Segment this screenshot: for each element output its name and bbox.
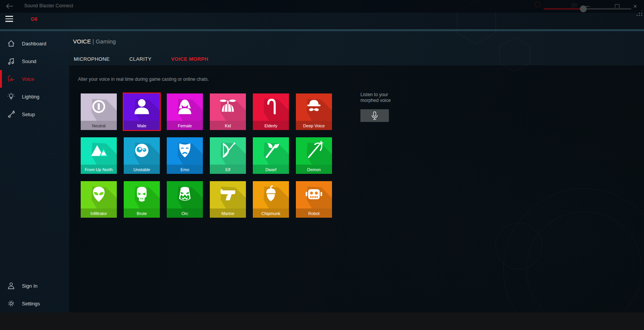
pistol-icon (218, 185, 237, 204)
voice-tile-unstable[interactable]: Unstable (124, 137, 160, 174)
sidebar-item-settings[interactable]: Settings (0, 295, 69, 312)
sidebar-item-voice[interactable]: Voice (0, 70, 69, 88)
tile-label: Demon (296, 167, 332, 172)
voice-tile-emo[interactable]: Emo (167, 137, 203, 174)
tile-label: Unstable (124, 167, 160, 172)
tab-voice-morph[interactable]: VOICE MORPH (171, 56, 208, 62)
device-tab-g6[interactable]: G6 (31, 16, 37, 22)
cane-icon (261, 97, 281, 116)
titlebar (0, 0, 644, 13)
sidebar-item-label: Settings (22, 301, 40, 307)
tile-label: Neutral (81, 123, 117, 128)
voice-morph-description: Alter your voice in real time during gam… (78, 77, 209, 82)
bowler-mustache-icon (304, 97, 324, 116)
sidebar-footer: Sign InSettings (0, 277, 69, 312)
sad-mask-icon (175, 141, 194, 160)
tab-microphone[interactable]: MICROPHONE (74, 56, 110, 62)
tile-label: From Up North (81, 167, 117, 172)
tile-label: Elderly (253, 123, 289, 128)
voice-tile-kid[interactable]: Kid (210, 93, 246, 130)
sidebar-item-label: Dashboard (22, 41, 46, 47)
trident-icon (304, 141, 324, 160)
music-note-icon (7, 57, 15, 65)
propeller-hat-icon (218, 97, 237, 116)
tab-clarity[interactable]: CLARITY (129, 56, 152, 62)
mountains-icon (89, 141, 108, 160)
voice-tile-brute[interactable]: Brute (124, 181, 160, 218)
page-title: VOICE | Gaming (73, 38, 116, 45)
tile-label: Kid (210, 123, 246, 128)
voice-tile-chipmunk[interactable]: Chipmunk (253, 181, 289, 218)
tile-label: Chipmunk (253, 211, 289, 216)
sidebar-item-label: Lighting (22, 94, 40, 100)
voice-tile-female[interactable]: Female (167, 93, 203, 130)
tile-label: Female (167, 123, 203, 128)
gear-icon (7, 299, 15, 308)
voice-tile-robot[interactable]: Robot (296, 181, 332, 218)
orc-face-icon (175, 185, 194, 204)
voice-tile-marine[interactable]: Marine (210, 181, 246, 218)
sidebar-item-label: Voice (22, 76, 34, 82)
hamburger-menu-button[interactable] (5, 16, 13, 22)
sidebar: DashboardSoundVoiceLightingSetup Sign In… (0, 31, 69, 312)
voice-tile-from-up-north[interactable]: From Up North (81, 137, 117, 174)
neutral-power-icon (89, 97, 108, 116)
voice-tile-demon[interactable]: Demon (296, 137, 332, 174)
axe-icon (261, 141, 281, 160)
home-icon (7, 39, 15, 48)
listen-microphone-button[interactable] (360, 109, 389, 122)
sidebar-item-dashboard[interactable]: Dashboard (0, 35, 69, 52)
male-icon (132, 97, 151, 116)
acorn-icon (261, 185, 281, 204)
tile-label: Deep Voice (296, 123, 332, 128)
voice-tile-male[interactable]: Male (124, 93, 160, 130)
voice-tile-elf[interactable]: Elf (210, 137, 246, 174)
bottom-bar (0, 312, 644, 330)
robot-icon (304, 185, 324, 204)
voice-tile-dwarf[interactable]: Dwarf (253, 137, 289, 174)
tile-label: Emo (167, 167, 203, 172)
page-title-section: VOICE (73, 38, 91, 45)
alien-icon (89, 185, 108, 204)
page-title-separator: | (93, 38, 94, 45)
listen-label: Listen to your morphed voice (360, 92, 393, 103)
bow-arrow-icon (218, 141, 237, 160)
tile-label: Robot (296, 211, 332, 216)
lightbulb-icon (7, 92, 15, 101)
sidebar-item-label: Sign In (22, 283, 37, 289)
sidebar-item-lighting[interactable]: Lighting (0, 88, 69, 105)
header-divider-line (0, 29, 644, 31)
voice-tile-orc[interactable]: Orc (167, 181, 203, 218)
sidebar-nav: DashboardSoundVoiceLightingSetup (0, 35, 69, 123)
microphone-icon (370, 111, 379, 120)
voice-tile-deep-voice[interactable]: Deep Voice (296, 93, 332, 130)
tile-label: Marine (210, 211, 246, 216)
voice-tab-row: MICROPHONE CLARITY VOICE MORPH (74, 56, 208, 62)
voice-waveform-icon (7, 75, 15, 83)
tile-label: Dwarf (253, 167, 289, 172)
skull-icon (132, 185, 151, 204)
wrench-icon (7, 110, 15, 118)
female-icon (175, 97, 194, 116)
voice-tile-elderly[interactable]: Elderly (253, 93, 289, 130)
tile-label: Orc (167, 211, 203, 216)
tile-label: Brute (124, 211, 160, 216)
sidebar-item-label: Setup (22, 112, 35, 117)
googly-eyes-icon (132, 141, 151, 160)
sidebar-item-sound[interactable]: Sound (0, 52, 69, 70)
tile-label: Male (124, 123, 160, 128)
page-title-subsection: Gaming (96, 38, 116, 45)
tile-label: Infiltrator (81, 211, 117, 216)
voice-tile-infiltrator[interactable]: Infiltrator (81, 181, 117, 218)
sidebar-item-label: Sound (22, 58, 37, 64)
voice-tile-neutral[interactable]: Neutral (81, 93, 117, 130)
sidebar-item-sign-in[interactable]: Sign In (0, 277, 69, 295)
tile-label: Elf (210, 167, 246, 172)
voice-morph-grid: NeutralMaleFemaleKidElderlyDeep VoiceFro… (81, 93, 332, 218)
person-icon (7, 282, 15, 290)
sidebar-item-setup[interactable]: Setup (0, 105, 69, 123)
